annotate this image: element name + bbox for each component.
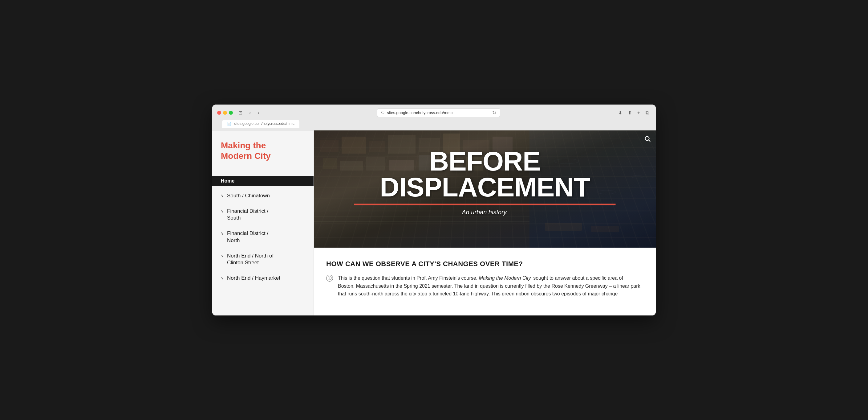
url-text: sites.google.com/holycross.edu/mmc [387, 110, 453, 115]
sidebar-item-financial-district-north[interactable]: ∨ Financial District /North [221, 226, 305, 248]
svg-point-27 [645, 137, 649, 141]
info-icon: ⓘ [326, 275, 333, 282]
hero-heading: BEFORE DISPLACEMENT [331, 148, 639, 200]
search-icon[interactable] [644, 135, 651, 144]
sidebar-item-north-end-haymarket[interactable]: ∨ North End / Haymarket [221, 271, 305, 286]
hero-title-block: BEFORE DISPLACEMENT An urban history. [331, 148, 639, 216]
chevron-down-icon: ∨ [221, 231, 224, 235]
article-heading: HOW CAN WE OBSERVE A CITY'S CHANGES OVER… [326, 260, 641, 268]
chrome-actions: ⬇ ⬆ + ⧉ [616, 109, 651, 116]
close-button[interactable] [217, 111, 221, 115]
chevron-down-icon: ∨ [221, 209, 224, 214]
sidebar-nav: Home ∨ South / Chinatown ∨ Financial Dis… [221, 176, 305, 286]
traffic-lights [217, 111, 233, 115]
main-content: BEFORE DISPLACEMENT An urban history. HO… [314, 131, 656, 315]
nav-financial-district-south-label: Financial District /South [227, 208, 268, 221]
sidebar-item-north-end-clinton[interactable]: ∨ North End / North ofClinton Street [221, 248, 305, 271]
sidebar-item-south-chinatown[interactable]: ∨ South / Chinatown [221, 188, 305, 203]
active-tab[interactable]: 📄 sites.google.com/holycross.edu/mmc [222, 120, 300, 128]
new-tab-button[interactable]: + [636, 110, 642, 116]
browser-chrome: ⊡ ‹ › 🛡 sites.google.com/holycross.edu/m… [212, 105, 656, 131]
site-title: Making theModern City [221, 140, 305, 161]
sidebar-toggle-button[interactable]: ⊡ [237, 109, 244, 116]
tab-label: sites.google.com/holycross.edu/mmc [234, 121, 294, 126]
tab-bar: 📄 sites.google.com/holycross.edu/mmc [217, 120, 651, 128]
share-button[interactable]: ⬆ [626, 109, 633, 116]
page-content: Making theModern City Home ∨ South / Chi… [212, 131, 656, 315]
address-bar-container: 🛡 sites.google.com/holycross.edu/mmc ↻ [264, 108, 613, 117]
svg-line-28 [649, 140, 650, 142]
forward-button[interactable]: › [256, 110, 261, 116]
article-text: This is the question that students in Pr… [338, 274, 641, 298]
chrome-toolbar: ⊡ ‹ › 🛡 sites.google.com/holycross.edu/m… [237, 108, 651, 117]
minimize-button[interactable] [223, 111, 227, 115]
browser-window: ⊡ ‹ › 🛡 sites.google.com/holycross.edu/m… [212, 105, 656, 315]
maximize-button[interactable] [229, 111, 233, 115]
lock-icon: 🛡 [381, 111, 384, 115]
refresh-icon[interactable]: ↻ [492, 110, 496, 116]
sidebar-item-financial-district-south[interactable]: ∨ Financial District /South [221, 203, 305, 226]
chevron-down-icon: ∨ [221, 276, 224, 280]
address-bar[interactable]: 🛡 sites.google.com/holycross.edu/mmc ↻ [377, 108, 500, 117]
article-body: ⓘ This is the question that students in … [326, 274, 641, 298]
tab-favicon: 📄 [227, 122, 231, 126]
download-button[interactable]: ⬇ [616, 109, 624, 116]
hero-divider [354, 204, 615, 205]
hero-subtitle: An urban history. [331, 209, 639, 216]
nav-financial-district-north-label: Financial District /North [227, 230, 268, 244]
chevron-down-icon: ∨ [221, 193, 224, 198]
nav-south-chinatown-label: South / Chinatown [227, 192, 270, 199]
tabs-button[interactable]: ⧉ [644, 110, 651, 116]
back-button[interactable]: ‹ [247, 110, 253, 116]
sidebar: Making theModern City Home ∨ South / Chi… [212, 131, 314, 315]
nav-home-label: Home [221, 178, 235, 184]
nav-north-end-clinton-label: North End / North ofClinton Street [227, 253, 274, 266]
sidebar-item-home[interactable]: Home [212, 176, 314, 186]
hero-section: BEFORE DISPLACEMENT An urban history. [314, 131, 656, 248]
article-content: HOW CAN WE OBSERVE A CITY'S CHANGES OVER… [314, 248, 656, 310]
nav-north-end-haymarket-label: North End / Haymarket [227, 275, 280, 282]
chevron-down-icon: ∨ [221, 253, 224, 258]
